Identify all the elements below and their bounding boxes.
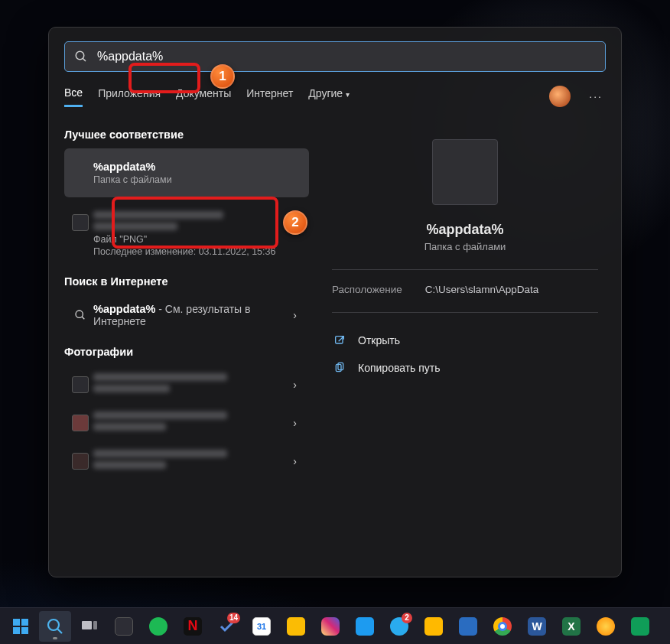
taskbar-twitter[interactable]: [349, 611, 381, 642]
location-label: Расположение: [332, 284, 402, 295]
word-icon: W: [528, 617, 546, 636]
preview-location-row: Расположение C:\Users\slamn\AppData: [332, 284, 598, 295]
divider: [332, 269, 598, 270]
taskbar-spotify[interactable]: [142, 611, 174, 642]
taskbar-todo[interactable]: 14: [211, 611, 243, 642]
section-web-search: Поиск в Интернете: [64, 275, 309, 288]
action-open[interactable]: Открыть: [332, 327, 598, 354]
result-last-modified: Последнее изменение: 03.11.2022, 15:36: [93, 246, 288, 257]
chevron-down-icon: ▾: [346, 90, 350, 99]
keep-icon: [287, 617, 305, 636]
result-photo-3[interactable]: ›: [64, 442, 309, 480]
taskbar-telegram[interactable]: 2: [383, 611, 415, 642]
user-avatar[interactable]: [549, 86, 571, 107]
result-photo-1[interactable]: ›: [64, 366, 309, 404]
taskbar-file-explorer[interactable]: [418, 611, 450, 642]
chrome-icon: [493, 617, 512, 636]
annotation-callout-2: 2: [283, 210, 307, 235]
result-title: %appdata%: [93, 161, 301, 173]
taskbar-word[interactable]: W: [521, 611, 553, 642]
result-best-match[interactable]: %appdata% Папка с файлами: [64, 148, 309, 197]
excel-icon: X: [562, 617, 581, 636]
preview-pane: %appdata% Папка с файлами Расположение C…: [309, 118, 621, 577]
filter-tabs: Все Приложения Документы Интернет Другие…: [64, 86, 606, 107]
action-copy-path[interactable]: Копировать путь: [332, 354, 598, 382]
svg-rect-10: [21, 627, 28, 634]
todo-badge: 14: [227, 613, 240, 623]
chevron-right-icon[interactable]: ›: [288, 309, 301, 321]
divider: [332, 312, 598, 313]
svg-rect-14: [93, 621, 97, 629]
tab-all[interactable]: Все: [64, 86, 83, 107]
more-options-button[interactable]: ···: [586, 90, 606, 102]
preview-subtitle: Папка с файлами: [424, 241, 506, 252]
svg-rect-8: [21, 619, 28, 626]
tab-documents[interactable]: Документы: [176, 87, 231, 106]
taskbar-task-view[interactable]: [73, 611, 106, 642]
svg-rect-7: [13, 619, 20, 626]
file-thumbnail: [72, 214, 89, 231]
action-copy-label: Копировать путь: [358, 362, 441, 374]
taskbar-start-button[interactable]: [5, 611, 37, 642]
chevron-right-icon[interactable]: ›: [288, 417, 301, 429]
result-png-file[interactable]: Файл "PNG" Последнее изменение: 03.11.20…: [64, 203, 309, 265]
results-column: Лучшее соответствие %appdata% Папка с фа…: [49, 118, 309, 577]
app-icon: [597, 617, 615, 636]
svg-rect-4: [336, 337, 343, 343]
windows-icon: [11, 617, 30, 636]
svg-rect-13: [82, 621, 92, 629]
taskbar-netflix[interactable]: N: [177, 611, 209, 642]
task-view-icon: [80, 617, 99, 636]
section-photos: Фотографии: [64, 346, 309, 358]
copy-icon: [332, 360, 347, 376]
google-sheets-icon: [631, 617, 649, 636]
taskbar-instagram[interactable]: [314, 611, 346, 642]
location-value: C:\Users\slamn\AppData: [425, 284, 539, 295]
svg-point-2: [76, 311, 83, 317]
phone-link-icon: [459, 617, 477, 636]
taskbar-app-orange[interactable]: [590, 611, 622, 642]
search-bar[interactable]: [64, 41, 606, 72]
taskbar: N 14 31 2 W X: [0, 607, 670, 644]
taskbar-chrome[interactable]: [486, 611, 519, 642]
taskbar-phone[interactable]: [452, 611, 484, 642]
annotation-callout-1: 1: [210, 64, 235, 89]
file-explorer-icon: [424, 617, 443, 636]
chevron-right-icon[interactable]: ›: [288, 455, 301, 467]
taskbar-sheets[interactable]: [624, 611, 656, 642]
result-photo-2[interactable]: ›: [64, 404, 309, 442]
result-subtitle: Папка с файлами: [93, 174, 301, 185]
google-calendar-icon: 31: [252, 617, 271, 636]
taskbar-excel[interactable]: X: [555, 611, 587, 642]
netflix-icon: N: [184, 617, 202, 636]
svg-line-3: [82, 317, 84, 319]
chevron-right-icon[interactable]: ›: [288, 379, 301, 391]
spotify-icon: [149, 617, 168, 636]
svg-line-12: [57, 629, 62, 633]
tab-internet[interactable]: Интернет: [246, 87, 293, 106]
start-search-window: 1 Все Приложения Документы Интернет Друг…: [48, 27, 622, 577]
result-search-web[interactable]: %appdata% - См. результаты в Интернете ›: [64, 295, 309, 335]
result-web-query: %appdata%: [93, 303, 155, 315]
instagram-icon: [321, 617, 340, 636]
svg-rect-9: [13, 627, 20, 634]
section-best-match: Лучшее соответствие: [64, 128, 309, 141]
taskbar-search-button[interactable]: [39, 611, 71, 642]
photo-thumbnail: [72, 415, 89, 431]
svg-line-1: [83, 58, 86, 61]
svg-point-11: [48, 620, 59, 630]
taskbar-calculator[interactable]: [108, 611, 140, 642]
preview-title: %appdata%: [426, 222, 503, 238]
search-input[interactable]: [97, 50, 596, 63]
taskbar-gcal[interactable]: 31: [246, 611, 278, 642]
tab-apps[interactable]: Приложения: [98, 87, 161, 106]
tab-more[interactable]: Другие▾: [308, 87, 350, 106]
photo-thumbnail: [72, 376, 89, 393]
action-open-label: Открыть: [358, 334, 400, 346]
calculator-icon: [115, 617, 133, 636]
svg-point-0: [76, 51, 84, 60]
photo-thumbnail: [72, 453, 89, 470]
open-icon: [332, 333, 347, 348]
preview-folder-icon: [432, 139, 498, 205]
taskbar-keep[interactable]: [280, 611, 312, 642]
